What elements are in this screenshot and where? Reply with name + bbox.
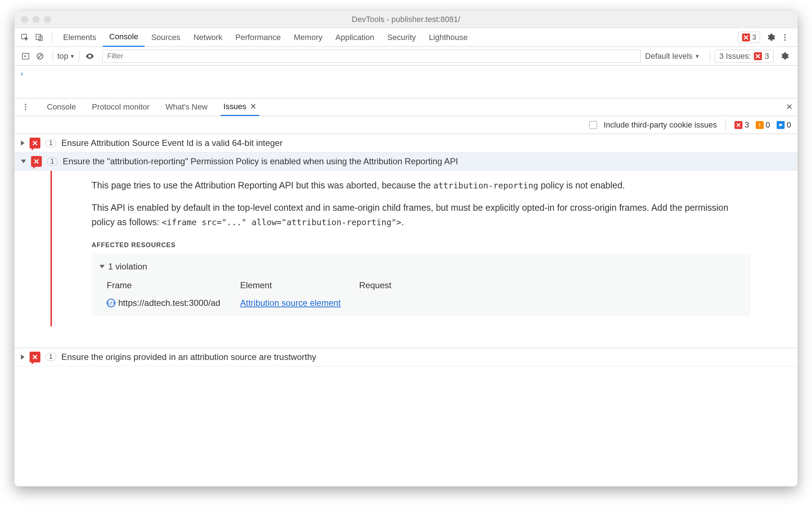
info-icon: [777, 121, 785, 129]
code-snippet: attribution-reporting: [433, 181, 538, 190]
window-title: DevTools - publisher.test:8081/: [352, 15, 460, 24]
prompt-chevron-icon: ›: [19, 69, 24, 78]
frame-icon: </>: [107, 299, 115, 307]
tab-network[interactable]: Network: [187, 28, 229, 47]
breaking-changes-badge[interactable]: 3: [734, 120, 749, 130]
info-badge[interactable]: 0: [777, 120, 791, 130]
expand-icon: [21, 355, 25, 360]
table-header: Frame Element Request: [100, 278, 743, 292]
tab-elements[interactable]: Elements: [57, 28, 103, 47]
frame-url[interactable]: https://adtech.test:3000/ad: [118, 296, 220, 310]
eye-icon[interactable]: [84, 50, 96, 62]
tab-sources[interactable]: Sources: [145, 28, 187, 47]
context-selector[interactable]: top ▼: [57, 52, 75, 61]
breaking-issue-icon: [30, 138, 40, 148]
issue-count: 1: [47, 157, 58, 166]
issue-title: Ensure Attribution Source Event Id is a …: [61, 138, 283, 148]
code-snippet: <iframe src="..." allow="attribution-rep…: [162, 218, 402, 227]
drawer-tab-protocol-monitor[interactable]: Protocol monitor: [89, 98, 153, 116]
error-icon: [742, 34, 750, 41]
drawer-tab-whats-new[interactable]: What's New: [163, 98, 211, 116]
issue-row[interactable]: 1 Ensure Attribution Source Event Id is …: [14, 134, 798, 152]
drawer-tabstrip: Console Protocol monitor What's New Issu…: [14, 98, 798, 116]
breaking-issue-icon: [30, 352, 40, 362]
error-icon: [754, 52, 762, 60]
drawer-more-icon[interactable]: [19, 101, 32, 113]
chevron-down-icon: ▼: [70, 53, 75, 59]
levels-selector[interactable]: Default levels ▼: [645, 52, 700, 61]
element-link[interactable]: Attribution source element: [240, 296, 359, 310]
chevron-down-icon: ▼: [695, 53, 700, 59]
issue-row[interactable]: 1 Ensure the origins provided in an attr…: [14, 348, 798, 366]
issues-list: 1 Ensure Attribution Source Event Id is …: [14, 134, 798, 366]
collapse-icon: [100, 265, 105, 268]
tab-memory[interactable]: Memory: [287, 28, 329, 47]
device-toggle-icon[interactable]: [33, 31, 45, 44]
expand-icon: [21, 141, 25, 146]
titlebar: DevTools - publisher.test:8081/: [14, 11, 798, 28]
collapse-icon: [21, 160, 26, 163]
tab-application[interactable]: Application: [329, 28, 381, 47]
affected-resources-panel: 1 violation Frame Element Request </> ht…: [92, 254, 751, 316]
devtools-window: DevTools - publisher.test:8081/ Elements…: [14, 11, 798, 486]
third-party-label: Include third-party cookie issues: [604, 120, 717, 130]
issue-count: 1: [45, 353, 56, 361]
tab-security[interactable]: Security: [381, 28, 422, 47]
improvements-badge[interactable]: 0: [756, 120, 770, 130]
console-toolbar: top ▼ Default levels ▼ 3 Issues: 3: [14, 47, 798, 66]
improvement-icon: [756, 121, 764, 129]
traffic-lights[interactable]: [21, 16, 51, 23]
svg-rect-5: [779, 124, 782, 126]
issue-body: This page tries to use the Attribution R…: [50, 171, 790, 326]
breaking-issue-icon: [31, 156, 42, 167]
tab-lighthouse[interactable]: Lighthouse: [422, 28, 474, 47]
console-settings-icon[interactable]: [778, 50, 790, 62]
toggle-sidebar-icon[interactable]: [19, 50, 32, 62]
filter-input[interactable]: [102, 50, 640, 63]
console-body[interactable]: ›: [14, 66, 798, 98]
issues-pill[interactable]: 3 Issues: 3: [715, 50, 774, 63]
tab-performance[interactable]: Performance: [229, 28, 287, 47]
top-error-count: 3: [752, 33, 756, 41]
svg-rect-1: [36, 34, 41, 40]
main-tabstrip: Elements Console Sources Network Perform…: [14, 28, 798, 47]
issue-row[interactable]: 1 Ensure the "attribution-reporting" Per…: [14, 152, 798, 171]
issue-count: 1: [45, 139, 56, 147]
error-count-pill[interactable]: 3: [738, 32, 760, 43]
violation-toggle[interactable]: 1 violation: [100, 260, 743, 273]
more-icon[interactable]: [779, 31, 791, 44]
table-row: </> https://adtech.test:3000/ad Attribut…: [100, 296, 743, 310]
clear-console-icon[interactable]: [34, 50, 46, 62]
tab-console[interactable]: Console: [103, 28, 145, 47]
inspect-icon[interactable]: [19, 31, 31, 44]
drawer-close-icon[interactable]: ✕: [786, 102, 793, 112]
drawer-tab-issues[interactable]: Issues ✕: [221, 98, 260, 116]
issue-title: Ensure the origins provided in an attrib…: [61, 352, 316, 362]
issue-title: Ensure the "attribution-reporting" Permi…: [63, 156, 458, 166]
close-icon[interactable]: ✕: [250, 102, 256, 111]
affected-resources-header: Affected Resources: [92, 240, 751, 250]
spacer: [14, 326, 798, 348]
drawer-tab-console[interactable]: Console: [44, 98, 79, 116]
third-party-checkbox[interactable]: [589, 121, 597, 129]
issues-subtoolbar: Include third-party cookie issues 3 0 0: [14, 116, 798, 134]
breaking-icon: [734, 121, 742, 129]
settings-icon[interactable]: [764, 31, 777, 44]
